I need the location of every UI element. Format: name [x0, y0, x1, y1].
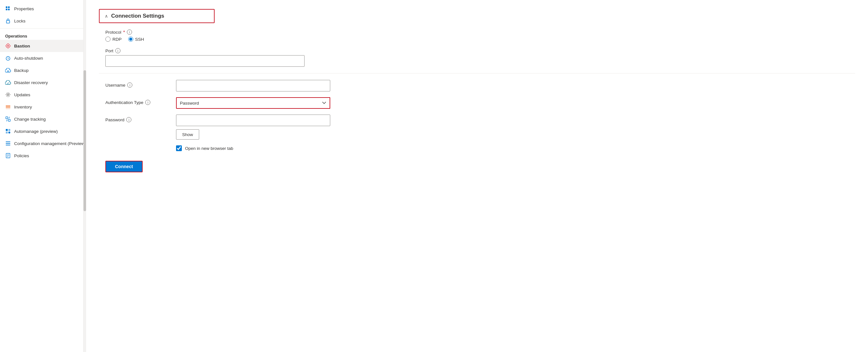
sidebar-item-policies[interactable]: Policies [0, 149, 83, 162]
sidebar-item-label: Bastion [14, 44, 30, 48]
password-input[interactable] [176, 114, 330, 126]
sidebar-item-locks[interactable]: Locks [0, 15, 83, 27]
sidebar-item-label: Policies [14, 153, 29, 158]
auth-type-field: Password SSH Private Key Azure AD [176, 97, 330, 109]
svg-rect-3 [8, 9, 10, 10]
svg-point-10 [7, 45, 9, 47]
rdp-radio[interactable] [105, 37, 111, 42]
section-divider [99, 73, 855, 73]
sidebar-item-bastion[interactable]: Bastion [0, 40, 83, 52]
collapse-chevron-icon: ∧ [105, 13, 108, 19]
grid-icon [5, 6, 11, 11]
username-field [176, 80, 330, 92]
svg-rect-1 [8, 6, 10, 8]
svg-rect-2 [6, 9, 7, 10]
sidebar-item-label: Updates [14, 93, 30, 97]
sidebar-item-disaster-recovery[interactable]: Disaster recovery [0, 76, 83, 89]
operations-section-label: Operations [0, 30, 83, 40]
svg-rect-19 [8, 129, 10, 131]
main-content: ∧ Connection Settings Protocol * i RDP S… [86, 0, 868, 352]
svg-point-21 [8, 132, 10, 134]
svg-rect-24 [6, 145, 10, 145]
port-info-icon[interactable]: i [115, 48, 121, 53]
svg-rect-14 [6, 107, 10, 108]
ssh-label: SSH [135, 37, 144, 42]
open-new-tab-label: Open in new browser tab [185, 146, 233, 151]
sidebar-item-change-tracking[interactable]: Change tracking [0, 113, 83, 125]
ssh-radio[interactable] [128, 37, 133, 42]
svg-rect-23 [6, 143, 10, 144]
gear-icon [5, 92, 11, 98]
sidebar-item-properties[interactable]: Properties [0, 3, 83, 15]
username-label: Username i [105, 80, 169, 87]
username-info-icon[interactable]: i [127, 82, 132, 87]
automanage-icon [5, 128, 11, 134]
sidebar-item-label: Configuration management (Preview) [14, 141, 84, 146]
password-row: Password i Show [99, 114, 855, 140]
svg-rect-17 [8, 119, 10, 121]
sidebar-item-inventory[interactable]: Inventory [0, 101, 83, 113]
svg-rect-18 [6, 129, 8, 131]
sidebar-item-label: Automanage (preview) [14, 129, 58, 134]
protocol-radio-group: RDP SSH [105, 37, 855, 42]
cloud-backup-icon [5, 67, 11, 73]
sidebar-item-label: Locks [14, 19, 25, 24]
port-label: Port i [105, 48, 855, 53]
auth-type-dropdown-wrapper: Password SSH Private Key Azure AD [176, 97, 330, 109]
svg-point-12 [7, 94, 9, 96]
sidebar-item-label: Disaster recovery [14, 80, 48, 85]
cloud-recovery-icon [5, 79, 11, 85]
open-new-tab-row: Open in new browser tab [176, 145, 855, 151]
username-input[interactable] [176, 80, 330, 92]
password-label: Password i [105, 114, 169, 122]
show-password-button[interactable]: Show [176, 129, 199, 140]
inventory-icon [5, 104, 11, 110]
clock-icon [5, 55, 11, 61]
auth-type-select[interactable]: Password SSH Private Key Azure AD [176, 97, 330, 109]
sidebar-item-label: Auto-shutdown [14, 56, 43, 61]
section-title: Connection Settings [111, 13, 164, 19]
checkbox-area: Open in new browser tab [169, 145, 855, 151]
lock-icon [5, 18, 11, 24]
rdp-label: RDP [113, 37, 122, 42]
sidebar-item-backup[interactable]: Backup [0, 64, 83, 76]
svg-rect-13 [6, 106, 10, 107]
protocol-group: Protocol * i RDP SSH [99, 30, 855, 42]
protocol-info-icon[interactable]: i [127, 30, 132, 35]
password-info-icon[interactable]: i [126, 117, 131, 122]
sidebar-item-automanage[interactable]: Automanage (preview) [0, 125, 83, 137]
sidebar-item-updates[interactable]: Updates [0, 89, 83, 101]
svg-rect-16 [6, 117, 8, 119]
protocol-label: Protocol * i [105, 30, 855, 35]
svg-rect-4 [6, 21, 10, 23]
port-input[interactable]: 22 [105, 55, 305, 67]
policies-icon [5, 153, 11, 159]
auth-type-label: Authentication Type i [105, 97, 169, 105]
connect-button-area: Connect [99, 151, 855, 172]
sidebar-divider [0, 28, 83, 29]
rdp-radio-option[interactable]: RDP [105, 37, 122, 42]
sidebar-item-label: Properties [14, 6, 34, 11]
sidebar-item-label: Backup [14, 68, 29, 73]
svg-rect-15 [6, 109, 10, 109]
ssh-radio-option[interactable]: SSH [128, 37, 144, 42]
connection-settings-header[interactable]: ∧ Connection Settings [99, 9, 215, 23]
required-star: * [123, 30, 125, 35]
sidebar: Properties Locks Operations Bastion [0, 0, 84, 352]
change-icon [5, 116, 11, 122]
auth-type-row: Authentication Type i Password SSH Priva… [99, 97, 855, 109]
svg-rect-22 [6, 141, 10, 142]
username-row: Username i [99, 80, 855, 92]
connect-button[interactable]: Connect [105, 161, 143, 172]
sidebar-item-label: Inventory [14, 105, 32, 109]
target-icon [5, 43, 11, 49]
sidebar-item-config-mgmt[interactable]: Configuration management (Preview) [0, 137, 83, 149]
sidebar-item-label: Change tracking [14, 117, 45, 121]
password-field: Show [176, 114, 330, 140]
svg-rect-20 [6, 132, 8, 134]
open-new-tab-checkbox[interactable] [176, 145, 182, 151]
port-group: Port i 22 [99, 48, 855, 67]
sidebar-item-auto-shutdown[interactable]: Auto-shutdown [0, 52, 83, 64]
auth-type-info-icon[interactable]: i [145, 100, 150, 105]
svg-rect-0 [6, 6, 7, 8]
